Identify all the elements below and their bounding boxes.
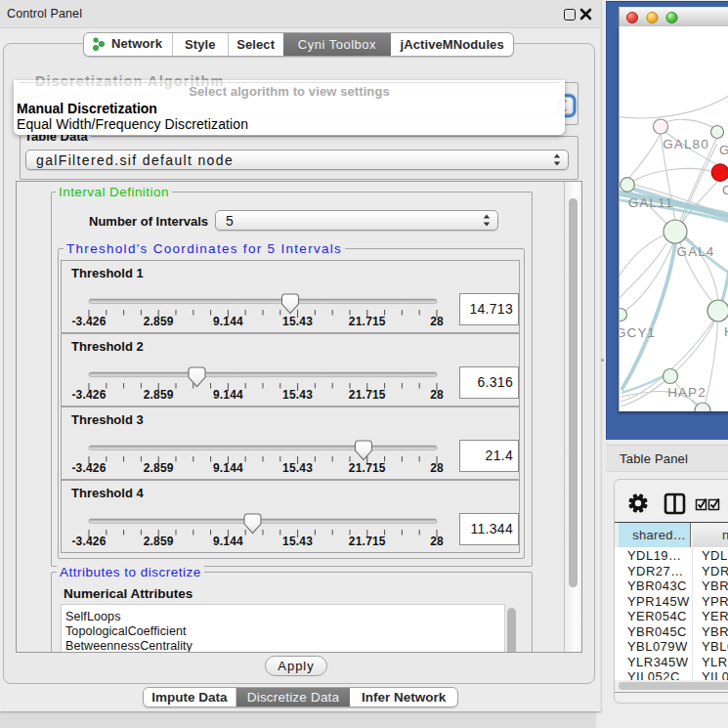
svg-text:2.859: 2.859	[144, 535, 174, 548]
svg-text:15.43: 15.43	[282, 535, 313, 548]
svg-text:28: 28	[430, 315, 444, 328]
svg-text:GA: GA	[719, 143, 728, 157]
svg-text:C: C	[722, 183, 728, 197]
svg-text:2.859: 2.859	[144, 461, 174, 475]
svg-text:9.144: 9.144	[213, 315, 243, 328]
svg-text:HAP2: HAP2	[667, 385, 707, 400]
svg-text:GAL80: GAL80	[663, 137, 709, 151]
svg-text:21.715: 21.715	[349, 535, 386, 548]
svg-text:15.43: 15.43	[282, 315, 313, 328]
svg-text:21.715: 21.715	[349, 461, 386, 475]
svg-text:28: 28	[430, 388, 444, 402]
svg-text:-3.426: -3.426	[71, 535, 106, 548]
svg-text:2.859: 2.859	[144, 315, 174, 328]
svg-text:-3.426: -3.426	[71, 388, 106, 402]
svg-text:H: H	[724, 324, 728, 339]
svg-text:28: 28	[430, 535, 444, 548]
svg-text:21.715: 21.715	[349, 315, 386, 328]
svg-text:-3.426: -3.426	[71, 315, 106, 328]
svg-text:28: 28	[430, 461, 444, 475]
svg-text:2.859: 2.859	[144, 388, 174, 402]
svg-text:9.144: 9.144	[213, 461, 243, 475]
svg-text:GCY1: GCY1	[620, 325, 656, 340]
svg-text:GAL4: GAL4	[677, 244, 715, 259]
svg-text:9.144: 9.144	[213, 388, 243, 402]
svg-text:-3.426: -3.426	[71, 461, 106, 475]
svg-text:9.144: 9.144	[213, 535, 243, 548]
svg-text:15.43: 15.43	[282, 388, 313, 402]
svg-text:21.715: 21.715	[349, 388, 386, 402]
svg-text:GAL11: GAL11	[628, 195, 674, 210]
svg-text:15.43: 15.43	[282, 461, 313, 475]
